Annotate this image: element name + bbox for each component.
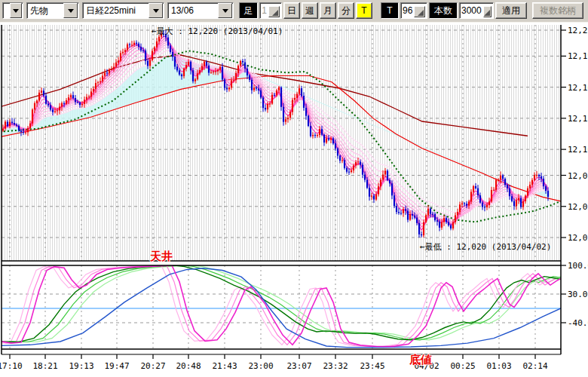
svg-text:12,165: 12,165	[568, 83, 588, 93]
svg-text:17:10: 17:10	[0, 361, 23, 371]
chart-application-window: { "toolbar": { "market_combo": "先物", "sy…	[0, 0, 588, 377]
min-price-annotation: ←最低 : 12,020 (2013/04/02)	[420, 241, 551, 253]
svg-text:18:21: 18:21	[32, 361, 57, 371]
svg-text:-40.00: -40.00	[568, 318, 588, 328]
bottom-marker: 底値	[409, 353, 432, 367]
svg-text:100.00: 100.00	[568, 261, 588, 271]
svg-text:23:45: 23:45	[360, 361, 384, 371]
svg-text:30.00: 30.00	[568, 290, 588, 299]
svg-text:02:14: 02:14	[522, 361, 547, 371]
svg-text:00:25: 00:25	[450, 361, 475, 371]
svg-text:12,195: 12,195	[568, 51, 588, 61]
svg-text:20:27: 20:27	[140, 361, 165, 371]
svg-text:12,135: 12,135	[568, 114, 588, 124]
svg-text:23:32: 23:32	[323, 361, 348, 371]
svg-text:20:48: 20:48	[176, 361, 201, 371]
chart-canvas: 12,22012,19512,16512,13512,10512,08012,0…	[0, 0, 588, 377]
max-price-annotation: ←最大 : 12,220 (2013/04/01)	[152, 26, 283, 37]
svg-text:12,220: 12,220	[568, 26, 588, 35]
svg-text:01:03: 01:03	[486, 361, 511, 371]
svg-text:12,020: 12,020	[568, 233, 588, 243]
svg-text:12,105: 12,105	[568, 145, 588, 155]
svg-text:23:07: 23:07	[286, 361, 311, 371]
svg-text:12,080: 12,080	[568, 171, 588, 181]
ceiling-marker: 天井	[150, 250, 173, 264]
svg-text:19:13: 19:13	[69, 361, 93, 371]
svg-text:12,050: 12,050	[568, 202, 588, 212]
svg-text:21:43: 21:43	[212, 361, 237, 371]
svg-text:19:47: 19:47	[104, 361, 129, 371]
svg-text:23:00: 23:00	[248, 361, 273, 371]
